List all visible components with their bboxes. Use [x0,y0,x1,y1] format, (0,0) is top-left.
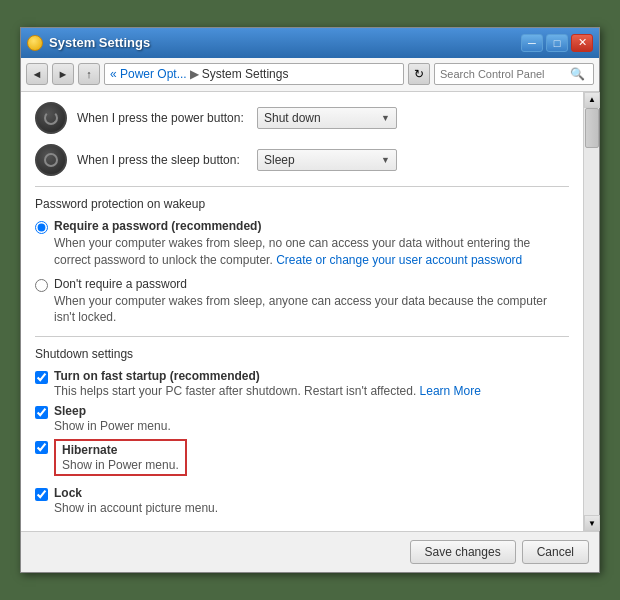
back-button[interactable]: ◄ [26,63,48,85]
minimize-button[interactable]: ─ [521,34,543,52]
sleep-button-icon [35,144,67,176]
lock-content: Lock Show in account picture menu. [54,486,218,515]
maximize-button[interactable]: □ [546,34,568,52]
sleep-desc: Show in Power menu. [54,419,171,433]
power-button-value: Shut down [264,111,321,125]
scroll-thumb[interactable] [585,108,599,148]
divider-1 [35,186,569,187]
refresh-button[interactable]: ↻ [408,63,430,85]
sleep-content: Sleep Show in Power menu. [54,404,171,433]
sleep-checkbox[interactable] [35,406,48,419]
title-bar-buttons: ─ □ ✕ [521,34,593,52]
require-password-content: Require a password (recommended) When yo… [54,219,530,269]
lock-label: Lock [54,486,218,500]
shutdown-section-title: Shutdown settings [35,347,569,361]
require-password-desc: When your computer wakes from sleep, no … [54,235,530,269]
path-part2: System Settings [202,67,289,81]
search-icon[interactable]: 🔍 [570,67,585,81]
sleep-label: Sleep [54,404,171,418]
title-bar: System Settings ─ □ ✕ [21,28,599,58]
hibernate-checkbox[interactable] [35,441,48,454]
fast-startup-content: Turn on fast startup (recommended) This … [54,369,481,398]
path-separator: ▶ [190,67,199,81]
sleep-button-row: When I press the sleep button: Sleep ▼ [35,144,569,176]
no-require-password-radio[interactable] [35,279,48,292]
lock-checkbox-row: Lock Show in account picture menu. [35,486,569,515]
window-title: System Settings [49,35,150,50]
save-changes-button[interactable]: Save changes [410,540,516,564]
hibernate-desc: Show in Power menu. [62,458,179,472]
require-password-radio[interactable] [35,221,48,234]
no-require-password-row: Don't require a password When your compu… [35,277,569,327]
lock-checkbox[interactable] [35,488,48,501]
content-area: When I press the power button: Shut down… [21,92,599,531]
footer: Save changes Cancel [21,531,599,572]
power-button-row: When I press the power button: Shut down… [35,102,569,134]
fast-startup-row: Turn on fast startup (recommended) This … [35,369,569,398]
app-icon [27,35,43,51]
power-icon-inner [44,111,58,125]
address-bar: ◄ ► ↑ « Power Opt... ▶ System Settings ↻… [21,58,599,92]
hibernate-checkbox-row: Hibernate Show in Power menu. [35,439,569,480]
address-path[interactable]: « Power Opt... ▶ System Settings [104,63,404,85]
hibernate-content: Hibernate Show in Power menu. [54,439,187,480]
scroll-down-button[interactable]: ▼ [584,515,600,531]
power-button-dropdown-arrow: ▼ [381,113,390,123]
hibernate-label: Hibernate [62,443,179,457]
system-settings-window: System Settings ─ □ ✕ ◄ ► ↑ « Power Opt.… [20,27,600,573]
forward-button[interactable]: ► [52,63,74,85]
create-password-link[interactable]: Create or change your user account passw… [276,253,522,267]
sleep-button-label: When I press the sleep button: [77,153,257,167]
require-password-label: Require a password (recommended) [54,219,530,233]
scroll-track [584,108,599,515]
sleep-checkbox-row: Sleep Show in Power menu. [35,404,569,433]
no-require-password-desc: When your computer wakes from sleep, any… [54,293,569,327]
no-require-password-content: Don't require a password When your compu… [54,277,569,327]
power-button-icon [35,102,67,134]
learn-more-link[interactable]: Learn More [420,384,481,398]
title-bar-left: System Settings [27,35,150,51]
sleep-button-dropdown[interactable]: Sleep ▼ [257,149,397,171]
close-button[interactable]: ✕ [571,34,593,52]
cancel-button[interactable]: Cancel [522,540,589,564]
lock-desc: Show in account picture menu. [54,501,218,515]
search-box: 🔍 [434,63,594,85]
main-content: When I press the power button: Shut down… [21,92,583,531]
fast-startup-desc: This helps start your PC faster after sh… [54,384,481,398]
sleep-icon-inner [44,153,58,167]
sleep-button-dropdown-arrow: ▼ [381,155,390,165]
power-button-label: When I press the power button: [77,111,257,125]
up-button[interactable]: ↑ [78,63,100,85]
scrollbar: ▲ ▼ [583,92,599,531]
search-input[interactable] [440,68,570,80]
fast-startup-label: Turn on fast startup (recommended) [54,369,481,383]
power-button-dropdown[interactable]: Shut down ▼ [257,107,397,129]
sleep-button-value: Sleep [264,153,295,167]
hibernate-highlight-box: Hibernate Show in Power menu. [54,439,187,476]
scroll-up-button[interactable]: ▲ [584,92,600,108]
fast-startup-checkbox[interactable] [35,371,48,384]
no-require-password-label: Don't require a password [54,277,569,291]
require-password-row: Require a password (recommended) When yo… [35,219,569,269]
path-part1: « Power Opt... [110,67,187,81]
password-section-title: Password protection on wakeup [35,197,569,211]
divider-2 [35,336,569,337]
